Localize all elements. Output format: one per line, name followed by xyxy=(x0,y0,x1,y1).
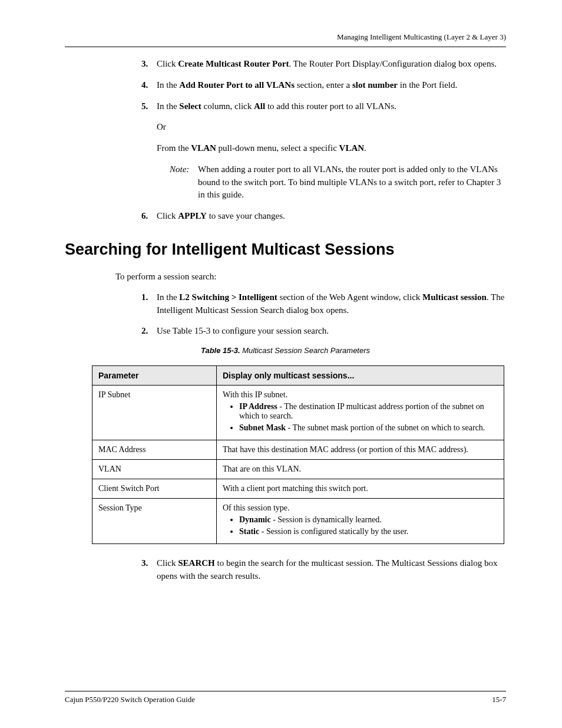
text: Click xyxy=(157,211,178,220)
intro-text: To perform a session search: xyxy=(115,272,506,282)
param-name: VLAN xyxy=(92,460,217,479)
table-row: Session Type Of this session type. Dynam… xyxy=(92,499,504,544)
footer-left: Cajun P550/P220 Switch Operation Guide xyxy=(65,695,195,704)
text: . The Router Port Display/Configuration … xyxy=(289,59,497,68)
ui-label: L2 Switching > Intelligent xyxy=(179,292,277,302)
step-number: 4. xyxy=(141,79,157,92)
ui-label: SEARCH xyxy=(178,558,215,568)
text: With this IP subnet. xyxy=(223,390,287,399)
text: - The subnet mask portion of the subnet … xyxy=(286,423,485,432)
step-6: 6. Click APPLY to save your changes. xyxy=(141,210,506,223)
ui-label: VLAN xyxy=(339,143,365,153)
note-label: Note: xyxy=(170,163,198,202)
col-description: Display only multicast sessions... xyxy=(217,366,504,386)
term: Static xyxy=(239,527,259,536)
param-name: MAC Address xyxy=(92,440,217,460)
param-desc: That are on this VLAN. xyxy=(217,460,504,479)
table-caption: Table 15-3. Multicast Session Search Par… xyxy=(65,346,506,355)
step-3: 3. Click Create Multicast Router Port. T… xyxy=(141,58,506,71)
param-desc: That have this destination MAC address (… xyxy=(217,440,504,460)
col-parameter: Parameter xyxy=(92,366,217,386)
step-text: Click SEARCH to begin the search for the… xyxy=(157,557,506,583)
text: to add this router port to all VLANs. xyxy=(265,101,396,111)
term: IP Address xyxy=(239,402,277,411)
page-number: 15-7 xyxy=(492,695,506,704)
ui-label: Select xyxy=(179,101,201,111)
table-row: MAC Address That have this destination M… xyxy=(92,440,504,460)
param-desc: With this IP subnet. IP Address - The de… xyxy=(217,386,504,440)
table-header-row: Parameter Display only multicast session… xyxy=(92,366,504,386)
params-table: Parameter Display only multicast session… xyxy=(92,365,504,544)
step-text: Click Create Multicast Router Port. The … xyxy=(157,58,506,71)
ui-label: slot number xyxy=(352,80,398,90)
step-text: From the VLAN pull-down menu, select a s… xyxy=(157,142,506,155)
spacer xyxy=(141,142,157,155)
text: In the xyxy=(157,292,179,302)
term: Dynamic xyxy=(239,515,271,524)
step-number: 6. xyxy=(141,210,157,223)
term: Subnet Mask xyxy=(239,423,286,432)
text: column, click xyxy=(201,101,254,111)
step-number: 2. xyxy=(141,325,157,338)
ui-label: All xyxy=(254,101,265,111)
sub-list: IP Address - The destination IP multicas… xyxy=(223,402,498,433)
page-footer: Cajun P550/P220 Switch Operation Guide 1… xyxy=(65,687,506,705)
table-row: Client Switch Port With a client port ma… xyxy=(92,479,504,499)
step-number: 3. xyxy=(141,58,157,71)
step-text: In the L2 Switching > Intelligent sectio… xyxy=(157,291,506,317)
step-b3: 3. Click SEARCH to begin the search for … xyxy=(141,557,506,583)
ui-label: Create Multicast Router Port xyxy=(178,59,289,68)
text: Or xyxy=(157,121,506,134)
ui-label: Multicast session xyxy=(422,292,487,302)
step-text: In the Select column, click All to add t… xyxy=(157,100,506,113)
step-text: Use Table 15-3 to configure your session… xyxy=(157,325,506,338)
text: . xyxy=(364,143,366,153)
ui-label: VLAN xyxy=(191,143,216,153)
step-5-alt: From the VLAN pull-down menu, select a s… xyxy=(141,142,506,155)
caption-number: Table 15-3. xyxy=(201,346,242,355)
text: section, enter a xyxy=(295,80,352,90)
text: pull-down menu, select a specific xyxy=(216,143,339,153)
text: In the xyxy=(157,80,179,90)
text: Click xyxy=(157,558,178,568)
param-name: Session Type xyxy=(92,499,217,544)
text: In the xyxy=(157,101,179,111)
text: to save your changes. xyxy=(207,211,285,220)
ui-label: APPLY xyxy=(178,211,207,220)
text: - Session is configured statically by th… xyxy=(259,527,408,536)
or-line: Or xyxy=(141,121,506,134)
param-desc: With a client port matching this switch … xyxy=(217,479,504,499)
table-row: IP Subnet With this IP subnet. IP Addres… xyxy=(92,386,504,440)
header-rule xyxy=(65,47,506,47)
text: From the xyxy=(157,143,191,153)
step-number: 3. xyxy=(141,557,157,583)
text: - Session is dynamically learned. xyxy=(271,515,382,524)
sub-list: Dynamic - Session is dynamically learned… xyxy=(223,515,498,536)
footer-rule xyxy=(65,691,506,691)
table-row: VLAN That are on this VLAN. xyxy=(92,460,504,479)
list-item: Dynamic - Session is dynamically learned… xyxy=(239,515,498,525)
step-b2: 2. Use Table 15-3 to configure your sess… xyxy=(141,325,506,338)
note: Note: When adding a router port to all V… xyxy=(170,163,506,202)
text: Click xyxy=(157,59,178,68)
step-5: 5. In the Select column, click All to ad… xyxy=(141,100,506,113)
text: section of the Web Agent window, click xyxy=(277,292,422,302)
step-b1: 1. In the L2 Switching > Intelligent sec… xyxy=(141,291,506,317)
param-name: IP Subnet xyxy=(92,386,217,440)
list-item: IP Address - The destination IP multicas… xyxy=(239,402,498,421)
list-item: Subnet Mask - The subnet mask portion of… xyxy=(239,423,498,433)
text: in the Port field. xyxy=(398,80,457,90)
ui-label: Add Router Port to all VLANs xyxy=(179,80,295,90)
heading-search-sessions: Searching for Intelligent Multicast Sess… xyxy=(65,241,506,259)
step-number: 1. xyxy=(141,291,157,317)
step-4: 4. In the Add Router Port to all VLANs s… xyxy=(141,79,506,92)
step-number: 5. xyxy=(141,100,157,113)
spacer xyxy=(141,121,157,134)
step-text: Click APPLY to save your changes. xyxy=(157,210,506,223)
param-desc: Of this session type. Dynamic - Session … xyxy=(217,499,504,544)
text: Of this session type. xyxy=(223,503,290,512)
page-header: Managing Intelligent Multicasting (Layer… xyxy=(65,32,506,42)
step-text: In the Add Router Port to all VLANs sect… xyxy=(157,79,506,92)
caption-title: Multicast Session Search Parameters xyxy=(242,346,370,355)
list-item: Static - Session is configured staticall… xyxy=(239,527,498,536)
